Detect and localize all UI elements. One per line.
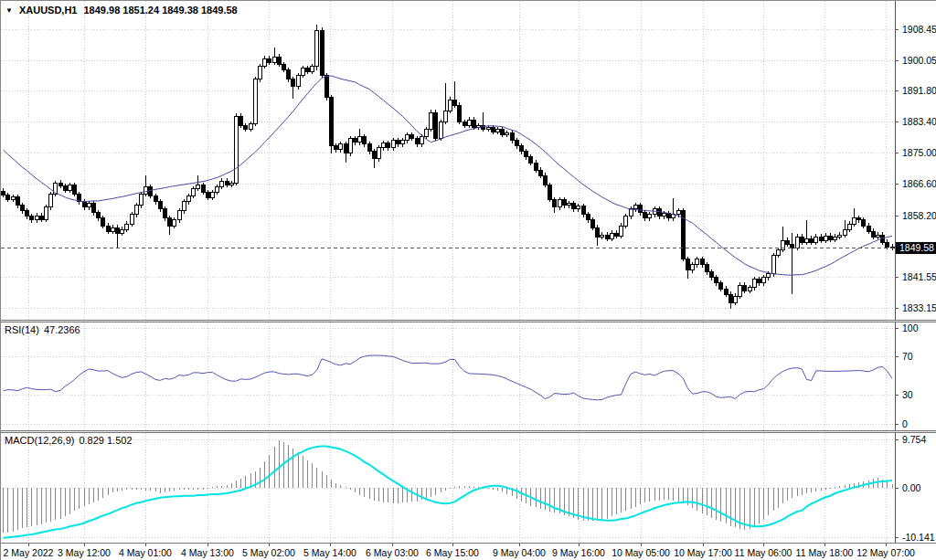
time-axis-label: 12 May 07:00	[856, 547, 915, 558]
macd-axis[interactable]: 9.7540.00-10.141	[895, 433, 936, 543]
time-tick	[763, 544, 764, 546]
time-axis-label: 10 May 17:00	[674, 547, 732, 558]
rsi-panel[interactable]: RSI(14) 47.2366	[1, 322, 895, 430]
time-axis-label: 4 May 01:00	[119, 547, 172, 558]
time-tick	[330, 544, 331, 546]
time-axis-label: 9 May 16:00	[552, 547, 605, 558]
macd-values: 0.829 1.502	[79, 435, 132, 446]
axis-label: 1833.15	[902, 302, 936, 313]
time-tick	[269, 544, 270, 546]
panel-splitter-2[interactable]	[1, 430, 936, 433]
price-axis-main[interactable]: 1849.58 1908.451900.051891.801883.401875…	[895, 1, 936, 321]
time-tick	[703, 544, 704, 546]
chart-symbol-title: XAUUSD,H1	[19, 5, 78, 16]
rsi-value: 47.2366	[44, 324, 80, 335]
rsi-axis[interactable]: 10070300	[895, 322, 936, 430]
axis-label: 1900.05	[902, 55, 936, 66]
time-axis-label: 4 May 13:00	[181, 547, 234, 558]
rsi-label: RSI(14)	[5, 324, 39, 335]
time-tick	[641, 544, 642, 546]
time-tick	[145, 544, 146, 546]
time-tick	[519, 544, 520, 546]
current-price-tag: 1849.58	[895, 242, 936, 254]
rsi-chart[interactable]	[1, 322, 895, 430]
axis-label: 30	[902, 389, 913, 400]
chart-header: ▼ XAUUSD,H1 1849.98 1851.24 1849.38 1849…	[5, 5, 238, 16]
axis-label: 100	[902, 322, 919, 333]
time-tick	[452, 544, 453, 546]
macd-header: MACD(12,26,9) 0.829 1.502	[5, 435, 133, 446]
time-axis-label: 3 May 12:00	[58, 547, 111, 558]
axis-label: 0.00	[902, 482, 920, 493]
time-tick	[886, 544, 887, 546]
time-axis-label: 6 May 15:00	[426, 547, 479, 558]
time-axis-label: 9 May 04:00	[493, 547, 546, 558]
rsi-line	[4, 355, 892, 400]
time-tick	[28, 544, 29, 546]
macd-histogram	[4, 440, 892, 533]
time-axis[interactable]: 2 May 20223 May 12:004 May 01:004 May 13…	[1, 544, 936, 560]
axis-label: 1858.20	[902, 210, 936, 221]
axis-label: 1883.40	[902, 116, 936, 127]
time-axis-label: 5 May 02:00	[242, 547, 295, 558]
main-chart-panel[interactable]: ▼ XAUUSD,H1 1849.98 1851.24 1849.38 1849…	[1, 1, 895, 321]
time-tick	[392, 544, 393, 546]
time-tick	[824, 544, 825, 546]
axis-label: 0	[902, 418, 908, 429]
time-axis-label: 11 May 06:00	[735, 547, 792, 558]
chart-ohlc-values: 1849.98 1851.24 1849.38 1849.58	[84, 5, 238, 16]
axis-label: 1866.60	[902, 178, 936, 189]
axis-label: 70	[902, 351, 913, 362]
chart-window: ▼ XAUUSD,H1 1849.98 1851.24 1849.38 1849…	[0, 0, 936, 560]
axis-label: 1891.80	[902, 85, 936, 96]
axis-label: -10.141	[902, 532, 935, 543]
time-tick	[207, 544, 208, 546]
symbol-dropdown-icon[interactable]: ▼	[5, 5, 13, 16]
axis-label: 9.754	[902, 434, 926, 445]
axis-label: 1841.55	[902, 271, 936, 282]
time-tick	[579, 544, 580, 546]
macd-panel[interactable]: MACD(12,26,9) 0.829 1.502	[1, 433, 895, 543]
panel-splitter-1[interactable]	[1, 320, 936, 322]
axis-label: 1875.00	[902, 147, 936, 158]
time-tick	[84, 544, 85, 546]
time-axis-label: 11 May 18:00	[796, 547, 854, 558]
candles	[2, 25, 894, 309]
macd-chart[interactable]	[1, 433, 895, 543]
macd-label: MACD(12,26,9)	[5, 435, 74, 446]
axis-label: 1908.45	[902, 24, 936, 35]
time-axis-label: 6 May 03:00	[366, 547, 419, 558]
time-axis-label: 5 May 14:00	[303, 547, 356, 558]
time-axis-label: 2 May 2022	[4, 547, 54, 558]
moving-average-line	[4, 76, 892, 275]
time-axis-label: 10 May 05:00	[612, 547, 670, 558]
candlestick-chart[interactable]	[1, 1, 895, 321]
rsi-header: RSI(14) 47.2366	[5, 324, 80, 335]
price-axis-border	[895, 1, 896, 543]
